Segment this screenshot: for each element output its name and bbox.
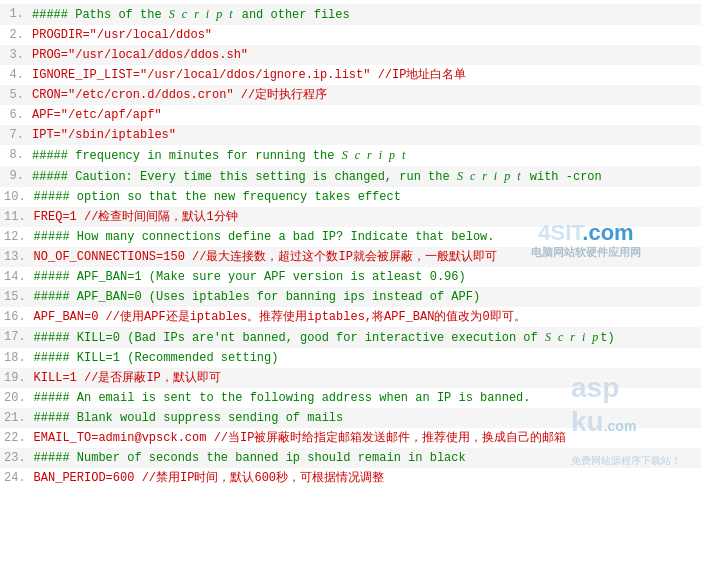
line-content: EMAIL_TO=admin@vpsck.com //当IP被屏蔽时给指定邮箱发… [34,428,697,448]
line-content: PROG="/usr/local/ddos/ddos.sh" [32,45,697,65]
line-number: 11. [4,207,34,227]
line-number: 21. [4,408,34,428]
code-line: 11.FREQ=1 //检查时间间隔，默认1分钟 [0,207,701,227]
line-number: 8. [4,145,32,165]
line-number: 4. [4,65,32,85]
line-number: 3. [4,45,32,65]
line-number: 6. [4,105,32,125]
line-number: 22. [4,428,34,448]
line-content: FREQ=1 //检查时间间隔，默认1分钟 [34,207,697,227]
code-line: 8.##### frequency in minutes for running… [0,145,701,166]
code-line: 24.BAN_PERIOD=600 //禁用IP时间，默认600秒，可根据情况调… [0,468,701,488]
code-line: 12.##### How many connections define a b… [0,227,701,247]
code-line: 2.PROGDIR="/usr/local/ddos" [0,25,701,45]
line-number: 7. [4,125,32,145]
line-content: ##### APF_BAN=1 (Make sure your APF vers… [34,267,697,287]
line-content: ##### Blank would suppress sending of ma… [34,408,697,428]
line-content: PROGDIR="/usr/local/ddos" [32,25,697,45]
line-content: APF="/etc/apf/apf" [32,105,697,125]
line-content: APF_BAN=0 //使用APF还是iptables。推荐使用iptables… [34,307,697,327]
code-line: 5.CRON="/etc/cron.d/ddos.cron" //定时执行程序 [0,85,701,105]
line-number: 24. [4,468,34,488]
line-number: 5. [4,85,32,105]
code-line: 7.IPT="/sbin/iptables" [0,125,701,145]
line-number: 20. [4,388,34,408]
line-number: 15. [4,287,34,307]
code-line: 14.##### APF_BAN=1 (Make sure your APF v… [0,267,701,287]
line-content: ##### KILL=1 (Recommended setting) [34,348,697,368]
line-content: BAN_PERIOD=600 //禁用IP时间，默认600秒，可根据情况调整 [34,468,697,488]
line-content: KILL=1 //是否屏蔽IP，默认即可 [34,368,697,388]
code-line: 17.##### KILL=0 (Bad IPs are'nt banned, … [0,327,701,348]
line-content: ##### Number of seconds the banned ip sh… [34,448,697,468]
line-content: ##### Paths of the S c r i p t and other… [32,4,697,25]
line-number: 1. [4,4,32,24]
code-line: 10.##### option so that the new frequenc… [0,187,701,207]
line-number: 16. [4,307,34,327]
code-line: 13.NO_OF_CONNECTIONS=150 //最大连接数，超过这个数IP… [0,247,701,267]
line-content: IPT="/sbin/iptables" [32,125,697,145]
code-line: 3.PROG="/usr/local/ddos/ddos.sh" [0,45,701,65]
line-number: 10. [4,187,34,207]
code-line: 19.KILL=1 //是否屏蔽IP，默认即可 [0,368,701,388]
code-line: 18.##### KILL=1 (Recommended setting) [0,348,701,368]
line-content: ##### APF_BAN=0 (Uses iptables for banni… [34,287,697,307]
code-line: 6.APF="/etc/apf/apf" [0,105,701,125]
line-number: 17. [4,327,34,347]
line-number: 23. [4,448,34,468]
line-content: ##### How many connections define a bad … [34,227,697,247]
code-line: 20.##### An email is sent to the followi… [0,388,701,408]
line-content: NO_OF_CONNECTIONS=150 //最大连接数，超过这个数IP就会被… [34,247,697,267]
code-line: 16.APF_BAN=0 //使用APF还是iptables。推荐使用iptab… [0,307,701,327]
code-line: 1.##### Paths of the S c r i p t and oth… [0,4,701,25]
line-content: ##### option so that the new frequency t… [34,187,697,207]
line-content: IGNORE_IP_LIST="/usr/local/ddos/ignore.i… [32,65,697,85]
line-content: ##### An email is sent to the following … [34,388,697,408]
line-content: ##### Caution: Every time this setting i… [32,166,697,187]
line-number: 14. [4,267,34,287]
line-number: 13. [4,247,34,267]
line-number: 12. [4,227,34,247]
line-number: 2. [4,25,32,45]
line-number: 19. [4,368,34,388]
code-line: 21.##### Blank would suppress sending of… [0,408,701,428]
code-line: 23.##### Number of seconds the banned ip… [0,448,701,468]
code-line: 15.##### APF_BAN=0 (Uses iptables for ba… [0,287,701,307]
line-content: CRON="/etc/cron.d/ddos.cron" //定时执行程序 [32,85,697,105]
code-line: 4.IGNORE_IP_LIST="/usr/local/ddos/ignore… [0,65,701,85]
line-number: 18. [4,348,34,368]
code-container: 1.##### Paths of the S c r i p t and oth… [0,0,701,492]
code-line: 9.##### Caution: Every time this setting… [0,166,701,187]
line-content: ##### frequency in minutes for running t… [32,145,697,166]
code-line: 22.EMAIL_TO=admin@vpsck.com //当IP被屏蔽时给指定… [0,428,701,448]
line-number: 9. [4,166,32,186]
line-content: ##### KILL=0 (Bad IPs are'nt banned, goo… [34,327,697,348]
